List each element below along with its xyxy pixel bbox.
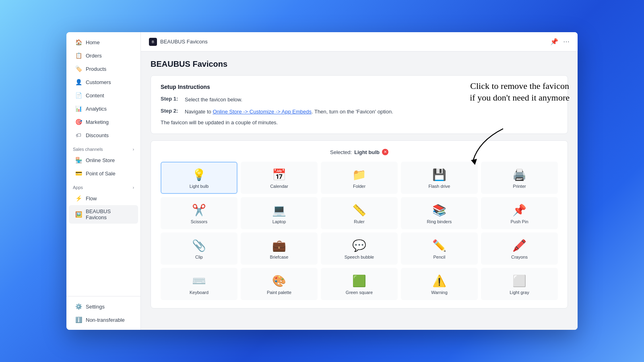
topbar-actions: 📌 ⋯ <box>550 38 570 45</box>
sidebar-item-pos[interactable]: 💳Point of Sale <box>69 167 138 180</box>
icon-emoji: 💬 <box>352 239 366 252</box>
topbar-title: BEAUBUS Favicons <box>160 39 208 45</box>
sidebar-item-content[interactable]: 📄Content <box>69 89 138 102</box>
pin-icon[interactable]: 📌 <box>550 38 558 45</box>
favicon-icon-folder[interactable]: 📁Folder <box>321 162 398 194</box>
sidebar-item-orders[interactable]: 📋Orders <box>69 49 138 62</box>
setup-instructions-card: Setup Instructions Step 1: Select the fa… <box>151 75 568 134</box>
sidebar-item-flow[interactable]: ⚡Flow <box>69 192 138 205</box>
sales-channels-label: Sales channels <box>73 147 103 152</box>
non-transferable-icon: ℹ️ <box>75 317 82 323</box>
sidebar: 🏠Home📋Orders🏷️Products👤Customers📄Content… <box>66 32 141 330</box>
icon-emoji: 📎 <box>192 239 206 252</box>
favicon-icon-warning[interactable]: ⚠️Warning <box>401 268 478 300</box>
sidebar-item-settings[interactable]: ⚙️Settings <box>69 300 138 313</box>
icon-emoji: ✂️ <box>192 204 206 217</box>
favicon-icon-light-bulb[interactable]: 💡Light bulb <box>161 162 237 194</box>
icon-label: Keyboard <box>190 290 208 295</box>
app-embeds-link[interactable]: Online Store -> Customize -> App Embeds <box>213 109 312 115</box>
icon-emoji: 📁 <box>352 168 366 181</box>
page-title: BEAUBUS Favicons <box>151 60 568 69</box>
favicon-icon-clip[interactable]: 📎Clip <box>161 232 237 265</box>
icon-emoji: 🎨 <box>272 274 286 288</box>
favicon-icon-printer[interactable]: 🖨️Printer <box>481 162 558 194</box>
favicon-picker-card: Selected: Light bulb ✕ 💡Light bulb📅Calen… <box>151 140 568 309</box>
sidebar-item-label: Marketing <box>86 119 109 125</box>
favicon-icon-crayons[interactable]: 🖍️Crayons <box>481 232 558 265</box>
sidebar-item-label: Analytics <box>86 106 107 112</box>
sidebar-item-marketing[interactable]: 🎯Marketing <box>69 115 138 128</box>
setup-card-title: Setup Instructions <box>161 84 558 90</box>
step2-text-before: Navigate to <box>185 109 213 115</box>
sidebar-item-beaubus-favicons[interactable]: 🖼️BEAUBUS Favicons <box>69 205 138 224</box>
favicon-icon-pencil[interactable]: ✏️Pencil <box>401 232 478 265</box>
sidebar-item-label: Flow <box>86 195 97 202</box>
favicon-icon-push-pin[interactable]: 📌Push Pin <box>481 197 558 229</box>
content-icon: 📄 <box>75 92 82 99</box>
sidebar-item-label: Online Store <box>86 157 115 163</box>
sidebar-item-analytics[interactable]: 📊Analytics <box>69 102 138 115</box>
icon-emoji: 🟩 <box>352 274 366 288</box>
icon-label: Laptop <box>272 219 286 224</box>
icon-label: Push Pin <box>510 219 528 224</box>
favicon-icon-ring-binders[interactable]: 📚Ring binders <box>401 197 478 229</box>
favicon-icon-green-square[interactable]: 🟩Green square <box>321 268 398 300</box>
apps-section: Apps › <box>66 180 140 191</box>
icon-label: Briefcase <box>270 255 289 260</box>
more-menu-icon[interactable]: ⋯ <box>563 38 570 45</box>
icon-label: Pencil <box>433 255 446 260</box>
icon-label: Speech bubble <box>345 255 374 260</box>
sidebar-item-label: Content <box>86 93 104 99</box>
icon-emoji: ✏️ <box>432 239 446 252</box>
icon-label: Paint palette <box>267 290 291 295</box>
apps-expand-icon: › <box>133 185 134 190</box>
sidebar-item-label: Customers <box>86 79 111 85</box>
favicon-icon-scissors[interactable]: ✂️Scissors <box>161 197 237 229</box>
sidebar-item-home[interactable]: 🏠Home <box>69 36 138 49</box>
icon-emoji: 📏 <box>352 204 366 217</box>
discounts-icon: 🏷 <box>75 132 82 138</box>
sidebar-item-label: Point of Sale <box>86 171 116 177</box>
favicon-icon-ruler[interactable]: 📏Ruler <box>321 197 398 229</box>
icon-emoji: 💡 <box>192 168 206 181</box>
icon-label: Warning <box>431 290 448 295</box>
step1-content: Select the favicon below. <box>185 96 558 104</box>
app-icon-text: B <box>152 40 154 44</box>
icon-label: Clip <box>195 255 203 260</box>
sidebar-item-non-transferable[interactable]: ℹ️Non-transferable <box>69 313 138 326</box>
remove-favicon-button[interactable]: ✕ <box>382 149 388 155</box>
sidebar-item-products[interactable]: 🏷️Products <box>69 62 138 75</box>
selected-label: Selected: <box>330 149 352 155</box>
favicon-icon-calendar[interactable]: 📅Calendar <box>241 162 318 194</box>
online-store-icon: 🏪 <box>75 157 82 163</box>
step2-text-after: . Then, turn on the 'Favicon' option. <box>312 109 393 115</box>
favicon-icon-flash-drive[interactable]: 💾Flash drive <box>401 162 478 194</box>
icon-emoji: 🖍️ <box>512 239 526 252</box>
icon-label: Folder <box>353 184 365 189</box>
favicon-icon-briefcase[interactable]: 💼Briefcase <box>241 232 318 265</box>
icon-emoji: 📌 <box>512 204 526 217</box>
favicon-icon-light-gray[interactable]: ⬜Light gray <box>481 268 558 300</box>
orders-icon: 📋 <box>75 52 82 59</box>
customers-icon: 👤 <box>75 79 82 85</box>
sidebar-item-discounts[interactable]: 🏷Discounts <box>69 129 138 142</box>
apps-label: Apps <box>73 185 83 190</box>
sidebar-item-online-store[interactable]: 🏪Online Store <box>69 154 138 167</box>
main-area: B BEAUBUS Favicons 📌 ⋯ BEAUBUS Favicons … <box>141 32 578 330</box>
icon-label: Green square <box>346 290 373 295</box>
sidebar-item-label: Non-transferable <box>86 317 125 323</box>
sidebar-item-customers[interactable]: 👤Customers <box>69 76 138 88</box>
favicon-icon-speech-bubble[interactable]: 💬Speech bubble <box>321 232 398 265</box>
icon-emoji: ⚠️ <box>432 274 446 288</box>
favicon-icon-laptop[interactable]: 💻Laptop <box>241 197 318 229</box>
icon-label: Crayons <box>511 255 528 260</box>
icon-emoji: 📅 <box>272 168 286 181</box>
sidebar-item-label: BEAUBUS Favicons <box>86 208 132 220</box>
pos-icon: 💳 <box>75 170 82 177</box>
favicon-icon-keyboard[interactable]: ⌨️Keyboard <box>161 268 237 300</box>
marketing-icon: 🎯 <box>75 119 82 125</box>
icon-label: Calendar <box>270 184 288 189</box>
favicon-icon-paint-palette[interactable]: 🎨Paint palette <box>241 268 318 300</box>
step1-label: Step 1: <box>161 96 182 104</box>
icon-emoji: 💻 <box>272 204 286 217</box>
